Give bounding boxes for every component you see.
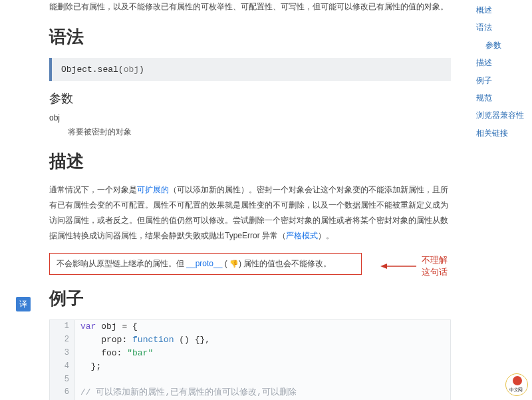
toc-link[interactable]: 规范 [471, 89, 528, 106]
line-number: 2 [50, 333, 75, 347]
line-number: 3 [50, 347, 75, 360]
note-box: 不会影响从原型链上继承的属性。但 __proto__ ( 👎) 属性的值也会不能… [49, 253, 362, 275]
code-line: 4 }; [50, 360, 450, 373]
intro-text: 能删除已有属性，以及不能修改已有属性的可枚举性、可配置性、可写性，但可能可以修改… [49, 0, 451, 13]
code-line: 5 [50, 373, 450, 386]
description-paragraph: 通常情况下，一个对象是可扩展的（可以添加新的属性）。密封一个对象会让这个对象变的… [49, 182, 451, 243]
line-number: 1 [50, 320, 75, 333]
svg-marker-1 [380, 264, 387, 269]
arrow-icon [380, 262, 414, 264]
code-line: 6// 可以添加新的属性,已有属性的值可以修改,可以删除 [50, 386, 450, 399]
toc-link[interactable]: 相关链接 [471, 124, 528, 142]
thumbs-down-icon: 👎 [229, 260, 239, 268]
heading-syntax: 语法 [49, 25, 451, 49]
code-line: 1var obj = { [50, 320, 450, 333]
toc-link[interactable]: 参数 [471, 37, 528, 54]
code-line: 2 prop: function () {}, [50, 333, 450, 347]
syntax-code-block: Object.seal(obj) [49, 58, 451, 81]
site-logo-badge[interactable]: 中文网 [505, 373, 529, 397]
heading-params: 参数 [49, 91, 451, 106]
toc-link[interactable]: 语法 [471, 19, 528, 36]
main-content: 能删除已有属性，以及不能修改已有属性的可枚举性、可配置性、可写性，但可能可以修改… [0, 0, 459, 400]
link-strict-mode[interactable]: 严格模式 [286, 231, 318, 240]
param-description: 将要被密封的对象 [49, 126, 451, 138]
code-line: 3 foo: "bar" [50, 347, 450, 360]
logo-dot-icon [513, 376, 522, 385]
link-proto[interactable]: __proto__ [186, 259, 222, 268]
toc-link[interactable]: 浏览器兼容性 [471, 106, 528, 124]
heading-example: 例子 [49, 287, 451, 310]
link-extensible[interactable]: 可扩展的 [137, 185, 169, 194]
callout-annotation: 不理解这句话 [422, 254, 451, 278]
heading-description: 描述 [49, 150, 451, 173]
code-editor: 1var obj = {2 prop: function () {},3 foo… [49, 319, 451, 400]
line-number: 5 [50, 373, 75, 386]
note-wrapper: 不会影响从原型链上继承的属性。但 __proto__ ( 👎) 属性的值也会不能… [49, 253, 451, 275]
toc-link[interactable]: 描述 [471, 54, 528, 71]
line-number: 6 [50, 386, 75, 399]
toc-link[interactable]: 概述 [471, 1, 528, 19]
toc-sidebar: 概述语法参数描述例子规范浏览器兼容性相关链接 [471, 1, 528, 142]
line-number: 4 [50, 360, 75, 373]
translate-button[interactable]: 译 [16, 297, 31, 311]
toc-link[interactable]: 例子 [471, 72, 528, 89]
param-name: obj [49, 113, 451, 122]
